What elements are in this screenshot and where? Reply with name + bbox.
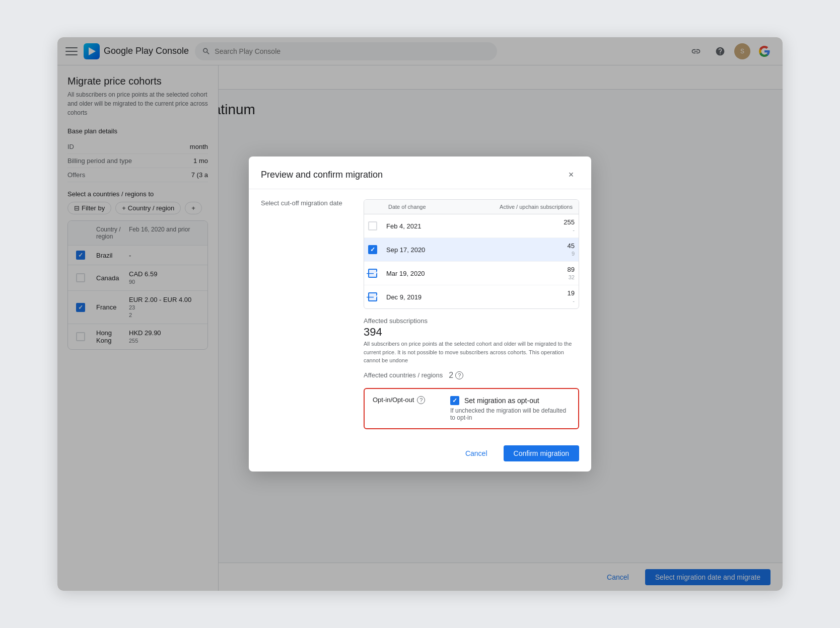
date-col1: Date of change [388, 204, 480, 210]
affected-value: 394 [364, 326, 579, 339]
date-table-header: Date of change Active / upchain subscrip… [364, 200, 579, 214]
modal: Preview and confirm migration × Select c… [249, 156, 591, 472]
affected-section: Affected subscriptions 394 All subscribe… [364, 317, 579, 380]
modal-cancel-button[interactable]: Cancel [455, 445, 498, 461]
optin-label: Opt-in/Opt-out [373, 396, 414, 404]
affected-countries-label: Affected countries / regions [364, 371, 443, 379]
modal-title: Preview and confirm migration [261, 170, 383, 180]
date-row-3-date: Mar 19, 2020 [386, 270, 480, 277]
date-row-1-checkbox[interactable] [368, 221, 377, 230]
affected-countries-help-icon[interactable]: ? [455, 371, 463, 379]
date-row-2-active: 459 [480, 242, 575, 257]
confirm-migration-button[interactable]: Confirm migration [504, 445, 579, 461]
date-row-4-checkbox[interactable]: — [368, 292, 377, 301]
modal-footer: Cancel Confirm migration [249, 439, 591, 472]
date-table: Date of change Active / upchain subscrip… [364, 199, 579, 309]
modal-close-button[interactable]: × [563, 167, 579, 183]
optin-help-icon[interactable]: ? [417, 396, 425, 404]
affected-countries-value: 2 [449, 371, 453, 380]
modal-right: Date of change Active / upchain subscrip… [364, 199, 579, 429]
date-row-4-active: 19- [480, 289, 575, 304]
modal-body: Select cut-off migration date Date of ch… [249, 189, 591, 439]
date-row-1: Feb 4, 2021 255- [364, 214, 579, 238]
modal-header: Preview and confirm migration × [249, 156, 591, 189]
affected-label: Affected subscriptions [364, 317, 579, 325]
date-row-4: — Dec 9, 2019 19- [364, 285, 579, 308]
date-row-1-active: 255- [480, 218, 575, 233]
date-row-2-date: Sep 17, 2020 [386, 246, 480, 254]
cut-off-label: Select cut-off migration date [261, 199, 352, 207]
date-row-2-checkbox[interactable] [368, 245, 377, 254]
optin-check-label: Set migration as opt-out [464, 397, 539, 405]
date-row-3-checkbox[interactable]: — [368, 269, 377, 278]
date-col2: Active / upchain subscriptions [480, 204, 573, 210]
date-row-3: — Mar 19, 2020 8932 [364, 262, 579, 285]
optin-label-area: Opt-in/Opt-out ? [373, 396, 438, 404]
optin-checkbox-row: Set migration as opt-out [450, 396, 570, 405]
date-row-2: Sep 17, 2020 459 [364, 238, 579, 262]
affected-countries: Affected countries / regions 2 ? [364, 371, 579, 380]
affected-note: All subscribers on price points at the s… [364, 340, 579, 365]
optin-section: Opt-in/Opt-out ? Set migration as opt-ou… [364, 388, 579, 429]
date-row-4-date: Dec 9, 2019 [386, 293, 480, 301]
optin-checkbox[interactable] [450, 396, 459, 405]
date-row-3-active: 8932 [480, 266, 575, 281]
modal-left: Select cut-off migration date [261, 199, 352, 429]
optin-right: Set migration as opt-out If unchecked th… [450, 396, 570, 421]
optin-sublabel: If unchecked the migration will be defau… [450, 407, 570, 421]
date-row-1-date: Feb 4, 2021 [386, 222, 480, 230]
overlay: Preview and confirm migration × Select c… [57, 37, 783, 591]
